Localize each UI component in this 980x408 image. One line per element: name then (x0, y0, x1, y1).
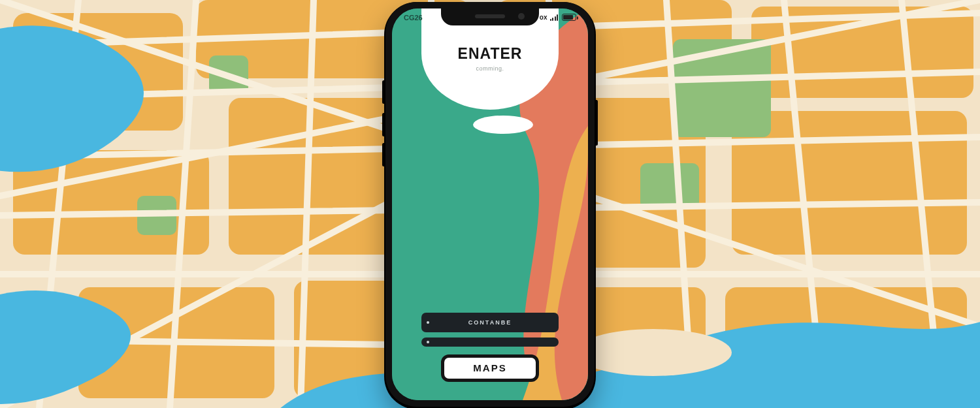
bottom-controls: CONTANBE MAPS (421, 313, 559, 382)
speaker-grill (475, 14, 505, 18)
app-subtitle: comming. (421, 65, 559, 72)
phone-screen: CG26 ox ENATER comming. CONTANBE (392, 8, 588, 400)
front-camera (518, 13, 525, 20)
app-title: ENATER (421, 45, 559, 63)
phone-frame: CG26 ox ENATER comming. CONTANBE (385, 2, 595, 407)
primary-bar-label: CONTANBE (468, 319, 512, 326)
svg-point-36 (473, 116, 533, 134)
phone-notch (441, 8, 539, 25)
dot-icon (427, 341, 429, 343)
maps-button-label: MAPS (473, 362, 506, 373)
svg-rect-15 (640, 163, 699, 209)
secondary-bar-button[interactable] (421, 337, 559, 347)
battery-icon (562, 14, 576, 21)
status-right-label: ox (540, 14, 547, 21)
status-left-label: CG26 (404, 14, 423, 22)
maps-button[interactable]: MAPS (441, 354, 539, 382)
signal-icon (550, 14, 559, 21)
status-right: ox (540, 14, 576, 21)
dot-icon (427, 321, 429, 324)
primary-bar-button[interactable]: CONTANBE (421, 313, 559, 332)
svg-point-34 (575, 329, 732, 376)
